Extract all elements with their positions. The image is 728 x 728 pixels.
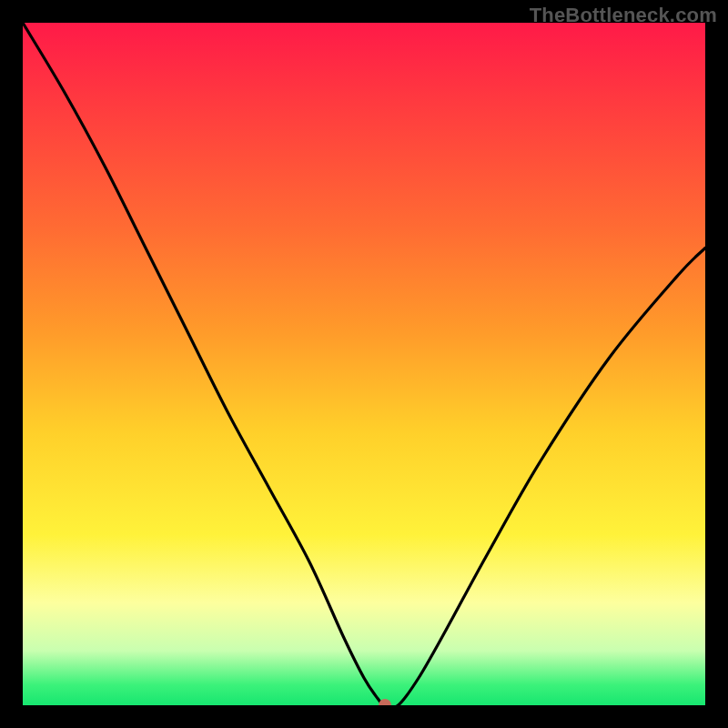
bottleneck-curve	[23, 23, 705, 705]
curve-svg	[23, 23, 705, 705]
minimum-marker	[379, 699, 391, 705]
chart-frame: TheBottleneck.com	[0, 0, 728, 728]
plot-area	[23, 23, 705, 705]
